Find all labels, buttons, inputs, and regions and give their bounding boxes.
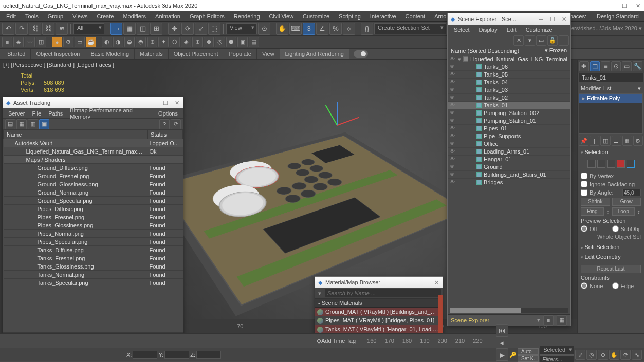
at-tb-3[interactable]: ▥: [28, 119, 38, 129]
pivot-button[interactable]: ⊙: [258, 23, 270, 35]
se-menu-edit[interactable]: Edit: [503, 26, 521, 34]
key-mode-dropdown[interactable]: Selected: [540, 346, 574, 355]
selection-filter-all[interactable]: All: [73, 23, 104, 34]
nav-btn-4[interactable]: ✋: [609, 350, 619, 360]
se-filter-lock-icon[interactable]: 🔒: [547, 35, 558, 46]
tb-icon-m[interactable]: ▣: [237, 37, 248, 47]
visibility-icon[interactable]: 👁: [450, 79, 456, 85]
asset-row[interactable]: Pipes_Specular.pngFound: [4, 238, 183, 246]
material-item[interactable]: Ground_MAT ( VRayMtl ) [Buildings_and_St…: [315, 308, 443, 316]
scene-node[interactable]: 👁Loading_Arms_01: [448, 148, 570, 156]
close-button[interactable]: ✕: [635, 3, 641, 9]
roll-soft-selection-head[interactable]: Soft Selection: [578, 242, 644, 252]
tab-basic-modeling[interactable]: Basic Modeling: [85, 49, 135, 59]
at-minimize[interactable]: ─: [151, 100, 157, 106]
tab-lighting-rendering[interactable]: Lighting And Rendering: [280, 49, 349, 59]
subobj-element-icon[interactable]: [627, 160, 635, 168]
goto-start-button[interactable]: ⏮: [496, 324, 508, 336]
tb-icon-h[interactable]: ◈: [181, 37, 191, 47]
scene-node[interactable]: 👁Pipes_01: [448, 125, 570, 132]
rb-none[interactable]: [581, 282, 587, 289]
visibility-icon[interactable]: 👁: [450, 164, 456, 170]
viewport-label[interactable]: [+] [Perspective ] [Standard ] [Edged Fa…: [3, 62, 114, 68]
se-root-node[interactable]: 👁 ▾ Liquefied_Natural_Gas_LNG_Terminal: [448, 55, 570, 63]
nav-btn-5[interactable]: ⟳: [620, 350, 631, 360]
btn-loop[interactable]: Loop: [612, 207, 635, 216]
scene-node[interactable]: 👁Office: [448, 140, 570, 148]
menu-customize[interactable]: Customize: [299, 12, 334, 21]
visibility-icon[interactable]: 👁: [450, 148, 456, 155]
btn-ring[interactable]: Ring: [581, 207, 604, 216]
tab-started[interactable]: Started: [2, 49, 31, 59]
at-close[interactable]: ✕: [174, 100, 180, 106]
at-tb-1[interactable]: ▤: [5, 119, 15, 129]
menu-create[interactable]: Create: [93, 12, 118, 21]
workspace-dropdown[interactable]: Design Standard: [594, 12, 642, 21]
cb-by-vertex[interactable]: [581, 173, 587, 179]
nav-btn-3[interactable]: ⊕: [598, 350, 608, 360]
tb-icon-g[interactable]: ⬡: [170, 37, 180, 47]
add-time-tag-button[interactable]: ⊕Add Time Tag: [317, 338, 356, 345]
rb-off[interactable]: [581, 225, 587, 232]
tab-view[interactable]: View: [257, 49, 280, 59]
material-editor-button[interactable]: ●: [52, 37, 62, 47]
visibility-icon[interactable]: 👁: [450, 133, 456, 139]
at-maximize[interactable]: ☐: [162, 100, 169, 106]
angle-snap-button[interactable]: ∠: [316, 23, 328, 35]
menu-tools[interactable]: Tools: [21, 12, 43, 21]
cp-modifier-stack[interactable]: Editable Poly: [579, 93, 643, 134]
visibility-icon[interactable]: 👁: [450, 102, 456, 108]
edit-selection-set-button[interactable]: {}: [361, 23, 373, 35]
mb-group-scene[interactable]: - Scene Materials: [315, 299, 443, 308]
scale-button[interactable]: ⤢: [195, 23, 207, 35]
nav-btn-1[interactable]: ⤢: [575, 350, 585, 360]
spinner-snap-button[interactable]: ⟐: [343, 23, 355, 35]
at-tb-help[interactable]: ?: [159, 119, 170, 129]
scene-node[interactable]: 👁Pipe_Supports: [448, 132, 570, 140]
subobj-vertex-icon[interactable]: [587, 160, 596, 168]
visibility-icon[interactable]: 👁: [450, 125, 456, 131]
se-maximize[interactable]: ☐: [549, 16, 556, 23]
menu-grapheditors[interactable]: Graph Editors: [186, 12, 229, 21]
asset-row[interactable]: Pipes_Fresnel.pngFound: [4, 213, 183, 221]
placement-button[interactable]: ⬚: [208, 23, 220, 35]
at-col-status[interactable]: Status: [148, 130, 183, 139]
select-region-rect-button[interactable]: ◫: [137, 23, 149, 35]
menu-animation[interactable]: Animation: [151, 12, 185, 21]
cb-ignore-backfacing[interactable]: [581, 181, 587, 187]
tb-icon-d[interactable]: ◓: [136, 37, 146, 47]
cp-tab-hierarchy-icon[interactable]: ≡: [601, 61, 611, 71]
minimize-button[interactable]: ─: [608, 3, 614, 9]
asset-row[interactable]: Ground_Specular.pngFound: [4, 197, 183, 205]
scene-node[interactable]: 👁Ground: [448, 163, 570, 171]
coord-y-field[interactable]: [164, 351, 189, 359]
at-menu-server[interactable]: Server: [5, 109, 28, 118]
at-menu-options[interactable]: Options: [155, 109, 181, 118]
cp-modifier-editable-poly[interactable]: Editable Poly: [579, 94, 642, 103]
scene-node[interactable]: 👁Tanks_01: [448, 102, 570, 109]
rb-edge[interactable]: [612, 282, 619, 289]
visibility-icon[interactable]: 👁: [450, 141, 456, 147]
roll-selection-head[interactable]: Selection: [578, 147, 644, 157]
asset-row[interactable]: Liquefied_Natural_Gas_LNG_Terminal_max_v…: [4, 147, 183, 156]
mb-search-input[interactable]: [325, 289, 441, 297]
coord-z-field[interactable]: [196, 351, 221, 359]
menu-rendering[interactable]: Rendering: [230, 12, 264, 21]
menu-civilview[interactable]: Civil View: [265, 12, 298, 21]
select-object-button[interactable]: ▭: [110, 23, 122, 35]
cp-stack-btn6[interactable]: ⚙: [633, 136, 643, 146]
menu-scripting[interactable]: Scripting: [335, 12, 365, 21]
scene-node[interactable]: 👁Tanks_02: [448, 94, 570, 102]
tab-populate[interactable]: Populate: [224, 49, 257, 59]
scene-node[interactable]: 👁Bridges: [448, 179, 570, 186]
se-menu-customize[interactable]: Customize: [522, 26, 557, 34]
unlink-button[interactable]: ⛓̸: [42, 23, 54, 35]
visibility-icon[interactable]: 👁: [450, 172, 456, 178]
tab-object-inspection[interactable]: Object Inspection: [31, 49, 85, 59]
material-item[interactable]: Tanks_MAT ( VRayMtl ) [Hangar_01, Loadin…: [315, 325, 443, 334]
menu-group[interactable]: Group: [44, 12, 68, 21]
window-crossing-button[interactable]: ⊞: [150, 23, 162, 35]
tb-icon-b[interactable]: ◑: [113, 37, 123, 47]
subobj-border-icon[interactable]: [607, 160, 615, 168]
at-col-name[interactable]: Name: [4, 130, 148, 139]
